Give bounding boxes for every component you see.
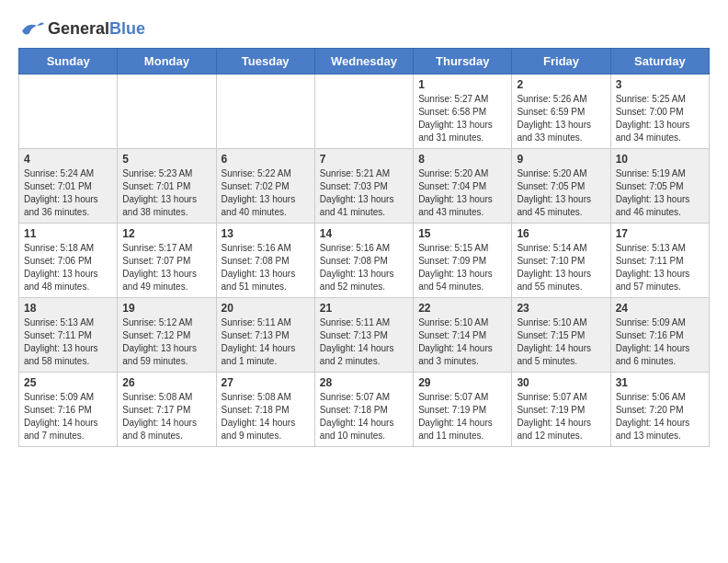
dow-header-friday: Friday (512, 49, 610, 75)
day-number: 12 (122, 227, 210, 240)
day-info: Sunrise: 5:10 AM Sunset: 7:15 PM Dayligh… (517, 316, 605, 368)
logo-general: General (48, 19, 109, 38)
calendar-cell: 12Sunrise: 5:17 AM Sunset: 7:07 PM Dayli… (118, 224, 216, 298)
day-info: Sunrise: 5:20 AM Sunset: 7:05 PM Dayligh… (517, 167, 605, 219)
day-number: 9 (517, 153, 605, 166)
day-info: Sunrise: 5:25 AM Sunset: 7:00 PM Dayligh… (616, 93, 704, 144)
calendar-cell: 25Sunrise: 5:09 AM Sunset: 7:16 PM Dayli… (19, 373, 118, 447)
calendar-cell (118, 75, 216, 149)
day-info: Sunrise: 5:11 AM Sunset: 7:13 PM Dayligh… (320, 316, 408, 368)
day-number: 14 (320, 227, 408, 240)
day-info: Sunrise: 5:07 AM Sunset: 7:18 PM Dayligh… (320, 391, 408, 442)
calendar-cell: 17Sunrise: 5:13 AM Sunset: 7:11 PM Dayli… (610, 224, 709, 298)
day-number: 22 (418, 302, 506, 315)
calendar-cell: 16Sunrise: 5:14 AM Sunset: 7:10 PM Dayli… (512, 224, 610, 298)
day-info: Sunrise: 5:13 AM Sunset: 7:11 PM Dayligh… (24, 316, 112, 368)
day-number: 24 (616, 302, 704, 315)
day-info: Sunrise: 5:11 AM Sunset: 7:13 PM Dayligh… (222, 316, 310, 368)
calendar-cell: 15Sunrise: 5:15 AM Sunset: 7:09 PM Dayli… (414, 224, 512, 298)
day-info: Sunrise: 5:16 AM Sunset: 7:08 PM Dayligh… (320, 242, 408, 293)
calendar-cell: 20Sunrise: 5:11 AM Sunset: 7:13 PM Dayli… (216, 298, 314, 373)
calendar-cell: 21Sunrise: 5:11 AM Sunset: 7:13 PM Dayli… (314, 298, 413, 373)
calendar-cell: 2Sunrise: 5:26 AM Sunset: 6:59 PM Daylig… (512, 75, 610, 149)
day-info: Sunrise: 5:08 AM Sunset: 7:17 PM Dayligh… (122, 391, 210, 442)
calendar-cell: 6Sunrise: 5:22 AM Sunset: 7:02 PM Daylig… (216, 149, 314, 224)
day-info: Sunrise: 5:13 AM Sunset: 7:11 PM Dayligh… (616, 242, 704, 293)
day-info: Sunrise: 5:22 AM Sunset: 7:02 PM Dayligh… (222, 167, 310, 219)
calendar-cell: 3Sunrise: 5:25 AM Sunset: 7:00 PM Daylig… (610, 75, 709, 149)
calendar-week-1: 1Sunrise: 5:27 AM Sunset: 6:58 PM Daylig… (19, 75, 710, 149)
dow-header-sunday: Sunday (19, 49, 118, 75)
calendar-cell: 7Sunrise: 5:21 AM Sunset: 7:03 PM Daylig… (314, 149, 413, 224)
day-number: 4 (24, 153, 112, 166)
calendar-cell: 29Sunrise: 5:07 AM Sunset: 7:19 PM Dayli… (414, 373, 512, 447)
day-info: Sunrise: 5:14 AM Sunset: 7:10 PM Dayligh… (517, 242, 605, 293)
calendar-cell: 22Sunrise: 5:10 AM Sunset: 7:14 PM Dayli… (414, 298, 512, 373)
dow-header-monday: Monday (118, 49, 216, 75)
calendar-week-4: 18Sunrise: 5:13 AM Sunset: 7:11 PM Dayli… (19, 298, 710, 373)
day-number: 23 (517, 302, 605, 315)
day-number: 28 (320, 376, 408, 389)
day-number: 8 (418, 153, 506, 166)
calendar-cell: 28Sunrise: 5:07 AM Sunset: 7:18 PM Dayli… (314, 373, 413, 447)
day-number: 31 (616, 376, 704, 389)
day-info: Sunrise: 5:19 AM Sunset: 7:05 PM Dayligh… (616, 167, 704, 219)
calendar-cell: 1Sunrise: 5:27 AM Sunset: 6:58 PM Daylig… (414, 75, 512, 149)
calendar-cell: 5Sunrise: 5:23 AM Sunset: 7:01 PM Daylig… (118, 149, 216, 224)
calendar-cell (19, 75, 118, 149)
dow-header-saturday: Saturday (610, 49, 709, 75)
calendar-week-3: 11Sunrise: 5:18 AM Sunset: 7:06 PM Dayli… (19, 224, 710, 298)
calendar-cell: 14Sunrise: 5:16 AM Sunset: 7:08 PM Dayli… (314, 224, 413, 298)
day-of-week-row: SundayMondayTuesdayWednesdayThursdayFrid… (19, 49, 710, 75)
day-info: Sunrise: 5:21 AM Sunset: 7:03 PM Dayligh… (320, 167, 408, 219)
dow-header-tuesday: Tuesday (216, 49, 314, 75)
day-info: Sunrise: 5:18 AM Sunset: 7:06 PM Dayligh… (24, 242, 112, 293)
day-info: Sunrise: 5:09 AM Sunset: 7:16 PM Dayligh… (24, 391, 112, 442)
dow-header-wednesday: Wednesday (314, 49, 413, 75)
calendar-cell: 18Sunrise: 5:13 AM Sunset: 7:11 PM Dayli… (19, 298, 118, 373)
day-info: Sunrise: 5:09 AM Sunset: 7:16 PM Dayligh… (616, 316, 704, 368)
calendar-cell: 13Sunrise: 5:16 AM Sunset: 7:08 PM Dayli… (216, 224, 314, 298)
day-number: 10 (616, 153, 704, 166)
day-number: 17 (616, 227, 704, 240)
calendar-cell: 27Sunrise: 5:08 AM Sunset: 7:18 PM Dayli… (216, 373, 314, 447)
day-number: 7 (320, 153, 408, 166)
day-info: Sunrise: 5:07 AM Sunset: 7:19 PM Dayligh… (517, 391, 605, 442)
day-number: 18 (24, 302, 112, 315)
logo-icon (18, 18, 44, 39)
calendar-cell: 11Sunrise: 5:18 AM Sunset: 7:06 PM Dayli… (19, 224, 118, 298)
day-number: 5 (122, 153, 210, 166)
day-info: Sunrise: 5:17 AM Sunset: 7:07 PM Dayligh… (122, 242, 210, 293)
day-number: 1 (418, 78, 506, 91)
day-number: 29 (418, 376, 506, 389)
calendar-cell: 30Sunrise: 5:07 AM Sunset: 7:19 PM Dayli… (512, 373, 610, 447)
calendar-cell: 9Sunrise: 5:20 AM Sunset: 7:05 PM Daylig… (512, 149, 610, 224)
day-info: Sunrise: 5:24 AM Sunset: 7:01 PM Dayligh… (24, 167, 112, 219)
page-header: GeneralBlue (18, 18, 710, 39)
calendar-cell (216, 75, 314, 149)
calendar-table: SundayMondayTuesdayWednesdayThursdayFrid… (18, 48, 710, 447)
day-info: Sunrise: 5:26 AM Sunset: 6:59 PM Dayligh… (517, 93, 605, 144)
logo-blue: Blue (109, 19, 145, 38)
calendar-week-5: 25Sunrise: 5:09 AM Sunset: 7:16 PM Dayli… (19, 373, 710, 447)
day-number: 2 (517, 78, 605, 91)
calendar-cell: 23Sunrise: 5:10 AM Sunset: 7:15 PM Dayli… (512, 298, 610, 373)
day-info: Sunrise: 5:12 AM Sunset: 7:12 PM Dayligh… (122, 316, 210, 368)
logo: GeneralBlue (18, 18, 145, 39)
calendar-cell: 24Sunrise: 5:09 AM Sunset: 7:16 PM Dayli… (610, 298, 709, 373)
calendar-cell: 31Sunrise: 5:06 AM Sunset: 7:20 PM Dayli… (610, 373, 709, 447)
dow-header-thursday: Thursday (414, 49, 512, 75)
day-number: 30 (517, 376, 605, 389)
day-info: Sunrise: 5:07 AM Sunset: 7:19 PM Dayligh… (418, 391, 506, 442)
day-number: 16 (517, 227, 605, 240)
day-number: 27 (222, 376, 310, 389)
calendar-cell: 19Sunrise: 5:12 AM Sunset: 7:12 PM Dayli… (118, 298, 216, 373)
day-info: Sunrise: 5:15 AM Sunset: 7:09 PM Dayligh… (418, 242, 506, 293)
calendar-cell: 4Sunrise: 5:24 AM Sunset: 7:01 PM Daylig… (19, 149, 118, 224)
day-number: 3 (616, 78, 704, 91)
day-number: 13 (222, 227, 310, 240)
calendar-cell: 8Sunrise: 5:20 AM Sunset: 7:04 PM Daylig… (414, 149, 512, 224)
calendar-cell: 26Sunrise: 5:08 AM Sunset: 7:17 PM Dayli… (118, 373, 216, 447)
day-number: 6 (222, 153, 310, 166)
day-number: 20 (222, 302, 310, 315)
